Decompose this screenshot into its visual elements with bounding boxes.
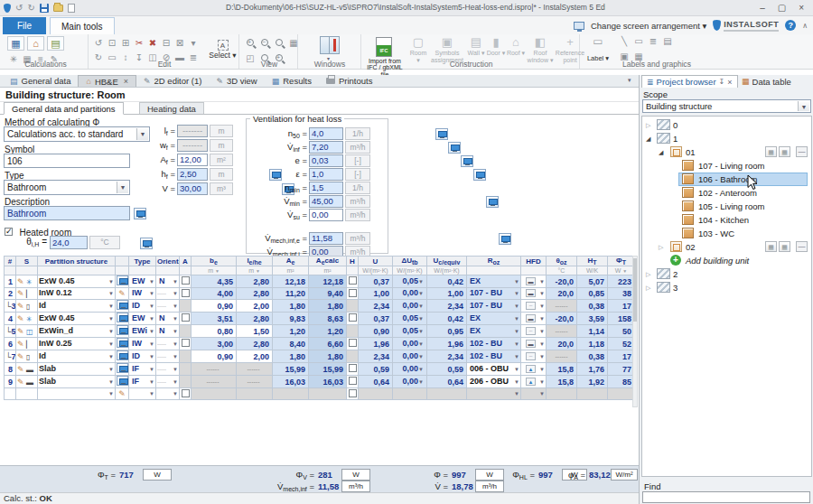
hfd-select[interactable]: ▼ <box>521 388 547 400</box>
ae-cell[interactable]: 8,40 <box>273 338 309 350</box>
maximize-button[interactable]: ▢ <box>778 3 786 13</box>
tree-expand-icon[interactable]: ◢ <box>646 132 650 145</box>
type-select[interactable]: IF▼ <box>129 376 156 388</box>
b-cell[interactable]: 4,35 <box>192 275 237 288</box>
change-screen-arrangement-button[interactable]: Change screen arrangement ▾ <box>591 21 706 31</box>
theta-cell[interactable]: -20,0 <box>547 313 577 325</box>
b-cell[interactable]: 3,51 <box>192 313 237 325</box>
uc-cell[interactable]: 0,95 <box>427 325 467 338</box>
l-cell[interactable]: ------ <box>237 363 273 376</box>
tab-file[interactable]: File <box>3 17 46 34</box>
save-button[interactable] <box>40 4 49 13</box>
label-line-icon[interactable]: ╲ <box>618 36 631 47</box>
zoom-in-icon[interactable] <box>244 38 257 49</box>
u-cell[interactable]: 0,64 <box>359 376 393 388</box>
tab-project-browser[interactable]: ≣ Project browser ↧ × <box>641 75 738 88</box>
field-input[interactable]: 12,00 <box>177 154 208 166</box>
partition-select[interactable]: ExW 0.45▼ <box>38 275 116 288</box>
dutb-select[interactable]: 0,00▼ <box>393 300 427 313</box>
aecalc-cell[interactable]: 8,63 <box>309 313 347 325</box>
ae-cell[interactable]: 1,80 <box>273 350 309 363</box>
a-checkbox[interactable] <box>180 288 192 300</box>
tab-3d-view[interactable]: ✎3D view <box>209 75 264 87</box>
delete-icon[interactable]: ✖ <box>146 38 159 49</box>
roz-select[interactable]: EX▼ <box>467 313 521 325</box>
tree-expand-icon[interactable]: ◢ <box>659 145 663 159</box>
orient-select[interactable]: -----▼ <box>156 363 180 376</box>
u-cell[interactable]: 0,37 <box>359 275 393 288</box>
aecalc-cell[interactable]: 12,18 <box>309 275 347 288</box>
collapse-ribbon-button[interactable]: ∧ <box>802 22 808 30</box>
tab-data-table[interactable]: ▦ Data table <box>737 75 796 88</box>
s-cell[interactable]: ✎ ▏ <box>16 288 38 300</box>
aecalc-cell[interactable]: 6,60 <box>309 338 347 350</box>
u-cell[interactable]: 1,96 <box>359 338 393 350</box>
ae-cell[interactable]: 11,20 <box>273 288 309 300</box>
b-cell[interactable]: 0,90 <box>192 350 237 363</box>
roz-select[interactable]: 107 - BU▼ <box>467 288 521 300</box>
orient-select[interactable]: ▼ <box>156 388 180 400</box>
roz-select[interactable]: 206 - OBU▼ <box>467 376 521 388</box>
dutb-select[interactable]: 0,00▼ <box>393 288 427 300</box>
partition-select[interactable]: Id▼ <box>38 300 116 313</box>
close-button[interactable]: × <box>799 3 804 13</box>
h-checkbox[interactable] <box>347 363 359 376</box>
type-select[interactable]: IW▼ <box>129 338 156 350</box>
table-scrollbar[interactable] <box>632 256 638 407</box>
unit-collapse-button[interactable]: — <box>796 241 808 252</box>
uc-cell[interactable]: 1,00 <box>427 288 467 300</box>
column-header-uc[interactable]: Uc/equiv <box>427 257 467 266</box>
new-file-button[interactable] <box>68 4 75 13</box>
zoom-out-icon[interactable] <box>258 38 271 49</box>
type-select[interactable]: ID▼ <box>129 300 156 313</box>
dutb-select[interactable]: 0,05▼ <box>393 275 427 288</box>
copy-icon[interactable]: ⊞ <box>119 38 132 49</box>
edit-more-icon[interactable]: ▾ <box>187 38 200 49</box>
chevron-down-icon[interactable]: ▼ <box>798 101 809 111</box>
u-cell[interactable]: 0,37 <box>359 313 393 325</box>
tree-item-2[interactable]: ▷2 <box>642 267 811 281</box>
h-checkbox[interactable] <box>347 313 359 325</box>
partition-edit-button[interactable] <box>116 376 129 388</box>
roz-select[interactable]: EX▼ <box>467 275 521 288</box>
view-grid-icon[interactable]: ▦ <box>287 38 300 49</box>
hfd-select[interactable]: ┄▼ <box>521 325 547 338</box>
type-select[interactable]: EWi▼ <box>129 325 156 338</box>
u-cell[interactable]: 2,34 <box>359 300 393 313</box>
u-cell[interactable]: 0,59 <box>359 363 393 376</box>
column-header-th[interactable]: θoz <box>547 257 577 266</box>
partition-select[interactable]: ExW 0.45▼ <box>38 313 116 325</box>
roz-select[interactable]: ▼ <box>467 388 521 400</box>
roz-select[interactable]: 102 - BU▼ <box>467 338 521 350</box>
ae-cell[interactable]: 1,20 <box>273 325 309 338</box>
column-header-ae[interactable]: Ae <box>273 257 309 266</box>
l-cell[interactable]: 2,00 <box>237 300 273 313</box>
dutb-select[interactable]: 0,00▼ <box>393 338 427 350</box>
results-table-icon[interactable]: ▤ <box>47 36 64 51</box>
partition-select[interactable]: Slab▼ <box>38 376 116 388</box>
theta-cell[interactable]: 15,8 <box>547 363 577 376</box>
tree-item-106-bathroom[interactable]: 106 - Bathroom <box>642 173 811 186</box>
type-select[interactable]: ▼ <box>129 388 156 400</box>
tree-item-105-living-room[interactable]: 105 - Living room <box>642 200 811 213</box>
l-cell[interactable]: 1,50 <box>237 325 273 338</box>
building-energy-icon[interactable]: ⌂ <box>27 36 44 51</box>
field-input[interactable]: 30,00 <box>177 182 208 195</box>
l-cell[interactable]: 2,80 <box>237 338 273 350</box>
tab-general-data[interactable]: ▤General data <box>3 75 78 87</box>
uc-cell[interactable]: 0,42 <box>427 275 467 288</box>
mirror-icon[interactable]: ⊠ <box>173 38 186 49</box>
l-cell[interactable]: 2,80 <box>237 275 273 288</box>
column-header-partition[interactable]: Partition structure <box>38 257 116 266</box>
group-icon[interactable]: ⊟ <box>160 38 173 49</box>
hfd-select[interactable]: ▲▼ <box>521 363 547 376</box>
uc-cell[interactable]: 0,42 <box>427 313 467 325</box>
type-select[interactable]: EW▼ <box>129 313 156 325</box>
hfd-select[interactable]: ▬▼ <box>521 288 547 300</box>
s-cell[interactable]: ✎ ▯ <box>16 300 38 313</box>
tab-printouts[interactable]: Printouts <box>319 75 380 87</box>
tab-results[interactable]: ▦Results <box>265 75 319 87</box>
unit-action-button[interactable]: ▦ <box>765 146 777 157</box>
uc-cell[interactable]: 0,59 <box>427 363 467 376</box>
column-header-phi[interactable]: ΦT <box>608 257 635 266</box>
